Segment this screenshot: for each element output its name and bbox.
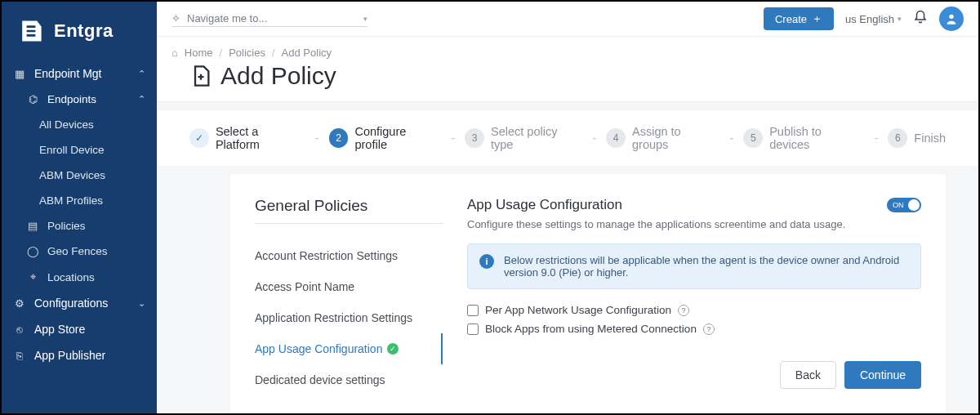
chevron-down-icon: ⌄ [138,298,145,309]
checkbox-block-metered[interactable] [467,324,479,335]
step-5[interactable]: 5 Publish to devices [743,125,864,151]
geo-icon: ◯ [26,245,39,257]
config-pane: App Usage Configuration ON Configure the… [467,197,921,395]
config-title: App Usage Configuration [467,197,622,213]
policy-list-heading: General Policies [255,197,443,224]
policy-item-dedicated-device[interactable]: Dedicated device settings [255,364,443,395]
chevron-up-icon: ⌃ [138,69,145,79]
sidebar-item-policies[interactable]: ▤ Policies [2,213,157,239]
bell-icon[interactable] [913,10,928,28]
content-card: General Policies Account Restriction Set… [230,174,946,415]
sidebar-item-endpoints[interactable]: ⌬ Endpoints ⌃ [2,87,157,112]
policy-item-access-point-name[interactable]: Access Point Name [255,271,443,302]
continue-button[interactable]: Continue [844,361,921,389]
gear-icon: ⚙ [13,297,26,310]
policy-item-application-restriction[interactable]: Application Restriction Settings [255,302,443,333]
page-title: Add Policy [220,62,336,90]
back-button[interactable]: Back [780,361,836,389]
sidebar-section-endpoint-mgt[interactable]: ▦ Endpoint Mgt ⌃ [2,60,157,87]
language-select[interactable]: us English ▾ [845,13,902,25]
step-1[interactable]: ✓ Select a Platform [189,125,305,151]
svg-point-0 [949,15,953,19]
opt-block-metered[interactable]: Block Apps from using Metered Connection… [467,319,921,338]
main: ✧ Navigate me to... ▾ Create ＋ us Englis… [157,2,978,413]
config-subtitle: Configure these settings to manage the a… [467,218,921,230]
topbar: ✧ Navigate me to... ▾ Create ＋ us Englis… [157,2,978,37]
check-icon: ✓ [387,343,399,355]
sidebar-item-locations[interactable]: ⌖ Locations [2,264,157,290]
home-icon: ⌂ [172,47,178,59]
grid-icon: ▦ [13,68,26,80]
step-4[interactable]: 4 Assign to groups [606,125,719,151]
policy-item-app-usage[interactable]: App Usage Configuration ✓ [255,333,443,364]
avatar[interactable] [939,7,964,31]
breadcrumb-home[interactable]: Home [185,47,213,59]
step-2[interactable]: 2 Configure profile [329,125,442,151]
stepper: ✓ Select a Platform - 2 Configure profil… [157,110,978,166]
chevron-down-icon: ▾ [898,15,902,23]
store-icon: ⎋ [13,324,26,336]
header-block: ⌂ Home / Policies / Add Policy Add Polic… [157,37,978,102]
policy-icon: ▤ [26,220,39,232]
sidebar-section-configurations[interactable]: ⚙ Configurations ⌄ [2,290,157,316]
pin-icon: ⌖ [26,270,39,283]
help-icon[interactable]: ? [678,305,689,316]
help-icon[interactable]: ? [703,324,715,335]
brand[interactable]: Entgra [2,10,157,60]
step-6[interactable]: 6 Finish [888,128,946,148]
create-button[interactable]: Create ＋ [764,7,834,30]
navigate-input[interactable]: ✧ Navigate me to... ▾ [172,11,368,27]
breadcrumb-current: Add Policy [282,47,332,59]
chevron-up-icon: ⌃ [138,94,145,105]
plus-icon: ＋ [812,11,822,26]
sidebar-item-abm-profiles[interactable]: ABM Profiles [2,188,157,213]
compass-icon: ✧ [172,12,180,25]
sidebar-item-geo-fences[interactable]: ◯ Geo Fences [2,239,157,264]
sidebar: Entgra ▦ Endpoint Mgt ⌃ ⌬ Endpoints ⌃ Al… [2,2,157,413]
config-toggle[interactable]: ON [887,198,921,212]
tree-icon: ⌬ [26,93,39,105]
add-file-icon [189,65,212,87]
breadcrumb-policies[interactable]: Policies [229,47,265,59]
sidebar-nav: ▦ Endpoint Mgt ⌃ ⌬ Endpoints ⌃ All Devic… [2,60,157,368]
chevron-down-icon: ▾ [363,15,368,23]
policy-item-account-restriction[interactable]: Account Restriction Settings [255,240,443,271]
sidebar-item-app-publisher[interactable]: ⎘ App Publisher [2,342,157,368]
sidebar-item-all-devices[interactable]: All Devices [2,112,157,137]
opt-per-app-network[interactable]: Per App Network Usage Configuration ? [467,301,921,319]
breadcrumb: ⌂ Home / Policies / Add Policy [172,47,946,59]
checkbox-per-app-network[interactable] [467,305,479,316]
brand-name: Entgra [54,20,114,42]
sidebar-item-abm-devices[interactable]: ABM Devices [2,163,157,188]
brand-logo-icon [16,16,46,46]
info-icon: i [479,254,494,269]
sidebar-item-enroll-device[interactable]: Enroll Device [2,137,157,163]
check-icon: ✓ [189,128,209,148]
step-3[interactable]: 3 Select policy type [465,125,582,151]
sidebar-item-app-store[interactable]: ⎋ App Store [2,316,157,342]
info-banner: i Below restrictions will be applicable … [467,243,921,289]
policy-list: General Policies Account Restriction Set… [255,197,443,395]
publisher-icon: ⎘ [13,350,26,362]
